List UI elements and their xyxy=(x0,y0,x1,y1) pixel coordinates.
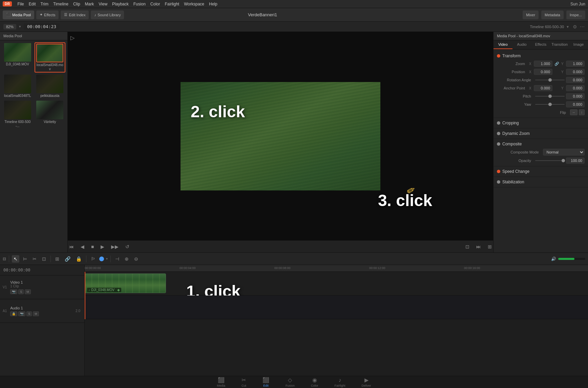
media-item-localsmall[interactable]: localSmall348.mov xyxy=(35,42,66,73)
page-tab-color[interactable]: ◉ Color xyxy=(303,375,327,388)
media-item-localsmall-tl[interactable]: localSmall0348TL xyxy=(2,74,33,99)
fullscreen-button[interactable]: ⊞ xyxy=(486,243,493,251)
color-marker-dropdown[interactable]: ▾ xyxy=(106,257,108,261)
rotation-slider[interactable] xyxy=(535,80,565,80)
deliver-tab-label: Deliver xyxy=(362,384,371,387)
composite-header[interactable]: Composite xyxy=(493,140,588,148)
zoom-y-value[interactable]: 1.000 xyxy=(566,61,585,67)
track-a1-camera-btn[interactable]: 📷 xyxy=(18,311,25,316)
effects-button[interactable]: ✦ Effects xyxy=(36,11,59,19)
rotation-value[interactable]: 0.000 xyxy=(566,77,585,83)
zoom-in-button[interactable]: ⊕ xyxy=(123,255,130,263)
flag-button[interactable]: 🏳 xyxy=(89,255,97,263)
media-item-pelkka[interactable]: pelkkätausta xyxy=(35,74,66,99)
anchor-x-value[interactable]: 0.000 xyxy=(534,85,552,91)
timeline-dropdown-icon[interactable]: ▾ xyxy=(567,24,569,29)
stop-button[interactable]: ■ xyxy=(90,243,95,251)
zoom-x-value[interactable]: 1.000 xyxy=(534,61,552,67)
menu-view[interactable]: View xyxy=(99,2,107,6)
go-start-button[interactable]: ⏮ xyxy=(68,243,75,251)
menu-clip[interactable]: Clip xyxy=(73,2,80,6)
page-tab-edit[interactable]: ⬛ Edit xyxy=(254,375,277,388)
link-button[interactable]: 🔗 xyxy=(63,255,72,263)
blade-tool-button[interactable]: ✂ xyxy=(31,255,38,263)
loop-button[interactable]: ↺ xyxy=(124,243,131,251)
menu-help[interactable]: Help xyxy=(209,2,217,6)
ruler-mark-12: 00:00:12:00 xyxy=(369,266,385,270)
flip-h-button[interactable]: ↔ xyxy=(570,109,578,115)
zoom-out-button[interactable]: ⊖ xyxy=(132,255,140,263)
video-clip-dji[interactable]: ♪ DJI_0348.MOV ◆ xyxy=(85,273,166,293)
menu-fusion[interactable]: Fusion xyxy=(133,2,146,6)
inspector-button[interactable]: Inspe... xyxy=(566,11,585,19)
menu-color[interactable]: Color xyxy=(150,2,160,6)
menu-edit[interactable]: Edit xyxy=(29,2,36,6)
page-tab-deliver[interactable]: ▶ Deliver xyxy=(354,375,379,388)
page-tab-media[interactable]: ⬛ Media xyxy=(209,375,233,388)
speed-change-header[interactable]: Speed Change xyxy=(493,168,588,175)
prev-frame-icon[interactable]: ▷ xyxy=(70,35,75,41)
tab-effects[interactable]: Effects xyxy=(531,40,550,49)
dynamic-zoom-header[interactable]: Dynamic Zoom xyxy=(493,130,588,137)
play-button[interactable]: ▶ xyxy=(99,243,106,251)
transform-header[interactable]: Transform xyxy=(493,52,588,60)
flip-v-button[interactable]: ↕ xyxy=(579,109,585,115)
trim-tool-button[interactable]: ⊨ xyxy=(21,255,29,263)
pitch-slider[interactable] xyxy=(535,96,565,97)
opacity-slider[interactable] xyxy=(535,160,565,161)
mixer-button[interactable]: Mixer xyxy=(523,11,539,19)
menu-mark[interactable]: Mark xyxy=(85,2,94,6)
menu-fairlight[interactable]: Fairlight xyxy=(165,2,180,6)
sound-library-button[interactable]: ♪ Sound Library xyxy=(91,11,124,19)
yaw-value[interactable]: 0.000 xyxy=(566,101,585,107)
go-end-button[interactable]: ⏭ xyxy=(475,243,482,251)
track-a1-lock-btn[interactable]: 🔒 xyxy=(10,311,17,316)
tab-audio[interactable]: Audio xyxy=(512,40,531,49)
media-item-varitetty[interactable]: Väritetty xyxy=(35,100,66,129)
track-v1-camera-btn[interactable]: 📷 xyxy=(10,289,17,294)
more-options-icon[interactable]: ⋯ xyxy=(580,24,585,29)
pitch-value[interactable]: 0.000 xyxy=(566,93,585,99)
track-label-v1: V1 Video 1 1 Clip 📷 S M xyxy=(0,275,84,299)
metadata-button[interactable]: Metadata xyxy=(541,11,564,19)
zoom-dropdown-icon[interactable]: ▾ xyxy=(19,24,21,29)
opacity-value[interactable]: 100.00 xyxy=(566,158,585,164)
settings-icon[interactable]: ⚙ xyxy=(573,24,577,29)
edit-index-button[interactable]: ☰ Edit Index xyxy=(61,11,89,19)
yaw-slider[interactable] xyxy=(535,104,565,105)
page-tab-fairlight[interactable]: ♪ Fairlight xyxy=(327,375,354,388)
page-tab-fusion[interactable]: ◇ Fusion xyxy=(277,375,303,388)
media-item-dji[interactable]: DJI_0348.MOV xyxy=(2,42,33,73)
stabilization-header[interactable]: Stabilization xyxy=(493,178,588,186)
view-options-button[interactable]: ⊡ xyxy=(464,243,471,251)
select-tool-button[interactable]: ↖ xyxy=(12,255,19,263)
track-v1-solo-btn[interactable]: S xyxy=(18,289,24,294)
link-icon[interactable]: 🔗 xyxy=(554,62,559,66)
tab-transition[interactable]: Transition xyxy=(550,40,569,49)
menu-trim[interactable]: Trim xyxy=(40,2,48,6)
anchor-y-value[interactable]: 0.000 xyxy=(566,85,585,91)
tab-video[interactable]: Video xyxy=(493,40,512,49)
cropping-header[interactable]: Cropping xyxy=(493,119,588,127)
track-a1-m-btn[interactable]: M xyxy=(33,311,39,316)
media-item-timeline[interactable]: Timeline 600-500-... xyxy=(2,100,33,129)
page-tab-cut[interactable]: ✂ Cut xyxy=(233,375,254,388)
media-label-pelkka: pelkkätausta xyxy=(40,94,59,98)
menu-file[interactable]: File xyxy=(17,2,24,6)
next-frame-button[interactable]: ▶▶ xyxy=(110,243,120,251)
position-y-value[interactable]: 0.000 xyxy=(566,69,585,75)
snap-button[interactable]: ⊞ xyxy=(54,255,61,263)
prev-frame-button[interactable]: ◀ xyxy=(79,243,86,251)
menu-timeline[interactable]: Timeline xyxy=(53,2,68,6)
media-pool-button[interactable]: ⬛ Media Pool xyxy=(3,11,34,19)
lock-button[interactable]: 🔒 xyxy=(74,255,83,263)
composite-mode-select[interactable]: Normal Screen Multiply Overlay xyxy=(543,149,585,156)
slip-tool-button[interactable]: ⊡ xyxy=(40,255,48,263)
tab-image[interactable]: Image xyxy=(569,40,588,49)
ripple-button[interactable]: ⊣ xyxy=(113,255,121,263)
track-a1-s-btn[interactable]: S xyxy=(26,311,32,316)
menu-playback[interactable]: Playback xyxy=(112,2,129,6)
track-v1-mute-btn[interactable]: M xyxy=(25,289,31,294)
position-x-value[interactable]: 0.000 xyxy=(534,69,552,75)
menu-workspace[interactable]: Workspace xyxy=(184,2,204,6)
